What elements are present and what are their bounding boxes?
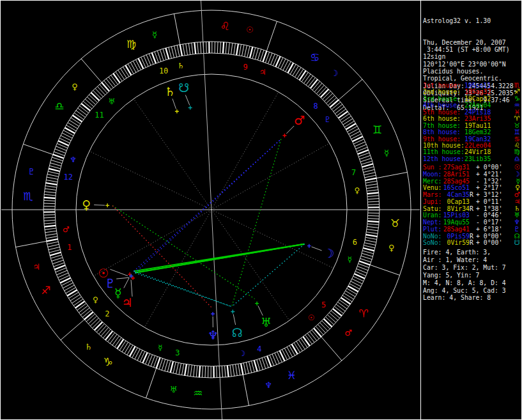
moon-planet-icon: ☽ <box>323 246 334 260</box>
degree-tick <box>107 333 114 342</box>
degree-tick <box>243 363 246 375</box>
planet-velocity: + 0°11' <box>476 199 502 206</box>
degree-tick <box>368 201 380 202</box>
libra-sign-icon: ♎ <box>54 100 64 113</box>
degree-tick <box>176 362 178 374</box>
degree-tick <box>44 194 56 196</box>
planet-label: Moon: <box>423 171 443 178</box>
degree-tick <box>90 318 98 326</box>
degree-tick <box>81 308 89 315</box>
degree-tick <box>332 102 341 110</box>
degree-tick <box>51 160 62 163</box>
midheaven-axis <box>201 1 222 420</box>
header-line: 120°12'00"E 23°00'00"N <box>423 61 520 68</box>
summary-line: Yang: 5, Yin: 7 <box>423 272 520 279</box>
degree-tick <box>165 48 169 59</box>
aries-ruler-icon: ♂ <box>344 328 352 338</box>
degree-tick <box>65 285 75 291</box>
planet-velocity: + 0°00' <box>476 240 502 247</box>
degree-tick <box>179 363 181 375</box>
house-cusp-value: 23Lib35 <box>464 156 491 162</box>
degree-tick <box>312 330 319 339</box>
degree-tick <box>46 180 58 182</box>
degree-tick <box>231 43 233 54</box>
degree-tick <box>202 366 203 378</box>
degree-tick <box>368 219 380 219</box>
degree-tick <box>74 113 84 119</box>
degree-tick <box>199 366 200 377</box>
degree-tick <box>252 47 256 58</box>
capricorn-ruler-icon: ♄ <box>85 342 93 352</box>
degree-tick <box>188 43 190 54</box>
degree-tick <box>283 60 288 70</box>
degree-tick <box>112 336 119 346</box>
degree-tick <box>83 101 92 109</box>
degree-tick <box>100 84 107 93</box>
degree-tick <box>236 43 238 55</box>
north-node-planet-icon: ☊ <box>232 325 243 339</box>
degree-tick <box>338 302 348 309</box>
degree-tick <box>360 159 371 162</box>
sign-boundary <box>61 320 84 340</box>
degree-tick <box>44 198 56 198</box>
scorpio-sign-icon: ♏ <box>23 190 33 203</box>
degree-tick <box>65 128 75 134</box>
degree-tick <box>50 163 61 166</box>
degree-tick <box>49 166 60 169</box>
neptune-planet-icon: ♆ <box>208 328 219 342</box>
degree-tick <box>337 109 346 116</box>
degree-tick <box>96 324 104 332</box>
south-node-planet-icon: ☋ <box>178 81 189 95</box>
saturn-position-marker <box>175 109 179 113</box>
house-9-number: 9 <box>243 63 248 72</box>
degree-tick <box>68 123 77 128</box>
degree-tick <box>49 169 59 171</box>
degree-tick <box>346 123 355 129</box>
sign-boundary <box>266 21 277 51</box>
planet-row: Plut:28Sag41+ 6°18'♇ <box>423 226 520 233</box>
degree-tick <box>252 361 255 372</box>
degree-tick <box>363 167 374 170</box>
degree-tick <box>97 86 105 95</box>
degree-tick <box>47 174 59 176</box>
degree-tick <box>120 68 127 78</box>
degree-tick <box>287 347 293 357</box>
degree-tick <box>333 309 342 316</box>
header-line: Thu, December 20, 2007 <box>423 39 520 46</box>
degree-tick <box>75 301 85 308</box>
house-row: 9th house:19Can32♋ <box>423 136 520 142</box>
planet-velocity: + 6°18' <box>476 226 502 233</box>
house-5-ruler-icon: ☉ <box>308 313 315 322</box>
degree-tick <box>72 297 81 303</box>
degree-tick <box>310 332 317 341</box>
sagittarius-ruler-icon: ♃ <box>33 262 40 272</box>
planet-row: Venu:16Sco51+ 2°17'♀ <box>423 184 520 191</box>
degree-tick <box>225 366 226 377</box>
pisces-ruler-icon: ♆ <box>265 380 272 390</box>
degree-tick <box>306 75 313 84</box>
degree-tick <box>125 65 131 75</box>
degree-tick <box>70 295 80 301</box>
degree-tick <box>87 97 95 104</box>
degree-tick <box>365 240 376 242</box>
house-row: 8th house:18Gem32♊ <box>423 128 520 135</box>
degree-tick <box>45 189 56 190</box>
degree-tick <box>250 47 252 58</box>
south-node-position-marker <box>188 105 192 109</box>
degree-tick <box>122 342 128 352</box>
pluto-pointer-line <box>116 277 129 279</box>
degree-tick <box>223 42 224 54</box>
degree-tick <box>50 253 61 256</box>
degree-tick <box>45 231 56 232</box>
degree-tick <box>342 116 351 123</box>
degree-tick <box>183 44 185 56</box>
south-node-pointer-line <box>185 95 190 105</box>
sign-boundary <box>146 368 156 398</box>
degree-tick <box>326 95 335 103</box>
degree-tick <box>185 364 187 376</box>
taurus-sign-icon: ♉ <box>390 217 400 229</box>
degree-tick <box>336 304 345 311</box>
house-8-ruler-icon: ♇ <box>324 115 331 124</box>
degree-tick <box>86 314 95 322</box>
degree-tick <box>259 359 263 369</box>
